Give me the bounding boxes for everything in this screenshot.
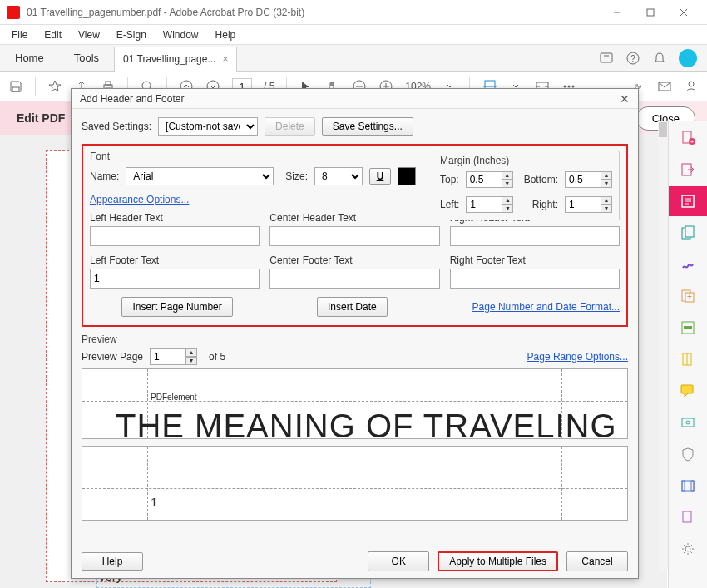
- svg-point-47: [686, 421, 690, 424]
- font-margin-group: Font Name: Arial Size: 8 U Appearance Op…: [82, 144, 628, 327]
- left-footer-input[interactable]: [90, 269, 260, 289]
- star-icon[interactable]: [47, 79, 62, 94]
- margin-left-label: Left:: [440, 199, 459, 210]
- left-header-input[interactable]: [90, 226, 260, 246]
- export-pdf-icon[interactable]: [680, 161, 696, 178]
- help-button[interactable]: Help: [82, 552, 143, 571]
- tab-tools[interactable]: Tools: [59, 45, 114, 71]
- font-name-label: Name:: [90, 170, 119, 182]
- save-settings-button[interactable]: Save Settings...: [322, 117, 413, 136]
- combine-icon[interactable]: +: [680, 288, 696, 304]
- menu-edit[interactable]: Edit: [36, 27, 70, 43]
- save-icon[interactable]: [8, 79, 23, 94]
- close-window-button[interactable]: [667, 1, 700, 24]
- margin-left-input[interactable]: [466, 196, 502, 213]
- create-pdf-icon[interactable]: +: [680, 130, 696, 146]
- share-icon[interactable]: [684, 79, 699, 94]
- edit-pdf-label: Edit PDF: [0, 101, 82, 135]
- compress-icon[interactable]: [680, 351, 696, 368]
- svg-rect-46: [682, 418, 694, 427]
- preview-page-label: Preview Page: [82, 351, 143, 363]
- font-color-swatch[interactable]: [398, 167, 416, 185]
- svg-text:?: ?: [630, 54, 635, 63]
- right-footer-input[interactable]: [450, 269, 620, 289]
- preview-label: Preview: [82, 334, 628, 345]
- window-title: 01 Travelling_pagenumber.pdf - Adobe Acr…: [27, 7, 601, 18]
- menu-view[interactable]: View: [70, 27, 108, 43]
- margin-right-label: Right:: [532, 199, 558, 210]
- right-footer-label: Right Footer Text: [450, 254, 620, 266]
- left-footer-label: Left Footer Text: [90, 254, 260, 266]
- spin-buttons[interactable]: ▲▼: [185, 348, 197, 365]
- sign-icon[interactable]: [680, 256, 696, 273]
- notifications-panel-icon[interactable]: [599, 51, 614, 66]
- margin-top-input[interactable]: [466, 171, 502, 188]
- email-icon[interactable]: [657, 79, 672, 94]
- edit-pdf-icon[interactable]: [669, 186, 708, 216]
- dialog-close-icon[interactable]: ✕: [620, 92, 630, 106]
- saved-settings-select[interactable]: [Custom-not saved]: [158, 117, 258, 136]
- menu-window[interactable]: Window: [155, 27, 207, 43]
- apply-multiple-button[interactable]: Apply to Multiple Files: [438, 551, 558, 571]
- appearance-options-link[interactable]: Appearance Options...: [90, 194, 189, 205]
- help-icon[interactable]: ?: [625, 51, 640, 66]
- spin-buttons[interactable]: ▲▼: [502, 196, 513, 213]
- comment-icon[interactable]: [680, 383, 696, 399]
- right-header-input[interactable]: [450, 226, 620, 246]
- scan-icon[interactable]: [680, 414, 696, 431]
- preview-headline: THE MEANING OF TRAVELING: [116, 408, 617, 439]
- margin-group: Margin (Inches) Top: ▲▼ Bottom: ▲▼ Left:…: [433, 151, 620, 220]
- svg-rect-45: [681, 385, 693, 393]
- menu-file[interactable]: File: [3, 27, 36, 43]
- menu-esign[interactable]: E-Sign: [108, 27, 155, 43]
- svg-rect-4: [601, 53, 612, 62]
- preview-group: Preview Preview Page ▲▼ of 5 Page Range …: [82, 334, 628, 521]
- spin-buttons[interactable]: ▲▼: [601, 171, 612, 188]
- redact-icon[interactable]: [680, 319, 696, 336]
- font-size-label: Size:: [285, 170, 308, 182]
- tools-sidebar: + +: [668, 121, 707, 588]
- organize-pages-icon[interactable]: [680, 225, 696, 241]
- insert-page-number-button[interactable]: Insert Page Number: [121, 297, 232, 317]
- preview-of-label: of 5: [209, 351, 225, 363]
- insert-date-button[interactable]: Insert Date: [317, 297, 388, 317]
- svg-point-26: [572, 85, 575, 87]
- tab-home[interactable]: Home: [0, 45, 59, 71]
- svg-text:+: +: [687, 292, 692, 301]
- center-header-input[interactable]: [269, 226, 439, 246]
- minimize-button[interactable]: [601, 1, 634, 24]
- svg-rect-50: [691, 481, 694, 491]
- delete-button[interactable]: Delete: [265, 117, 315, 136]
- page-range-link[interactable]: Page Range Options...: [527, 351, 628, 363]
- font-size-select[interactable]: 8: [314, 167, 363, 185]
- dialog-titlebar: Add Header and Footer ✕: [72, 89, 638, 109]
- underline-button[interactable]: U: [369, 168, 391, 185]
- tab-close-icon[interactable]: ×: [222, 53, 228, 65]
- margin-group-label: Margin (Inches): [440, 155, 612, 166]
- spin-buttons[interactable]: ▲▼: [601, 196, 612, 213]
- more-tools-icon[interactable]: [680, 541, 696, 557]
- rich-media-icon[interactable]: [680, 477, 696, 494]
- dialog-scrollbar[interactable]: [658, 121, 668, 571]
- left-header-label: Left Header Text: [90, 212, 260, 224]
- margin-bottom-label: Bottom:: [524, 174, 558, 185]
- preview-watermark: PDFelement: [151, 393, 197, 402]
- preview-page-input[interactable]: [150, 348, 186, 365]
- header-footer-dialog: Add Header and Footer ✕ Saved Settings: …: [71, 88, 639, 579]
- maximize-button[interactable]: [634, 1, 667, 24]
- tab-document[interactable]: 01 Travelling_page... ×: [114, 47, 237, 72]
- menu-help[interactable]: Help: [207, 27, 245, 43]
- account-avatar[interactable]: [679, 49, 697, 67]
- spin-buttons[interactable]: ▲▼: [502, 171, 513, 188]
- svg-rect-8: [12, 87, 19, 91]
- margin-right-input[interactable]: [565, 196, 601, 213]
- page-number-format-link[interactable]: Page Number and Date Format...: [472, 301, 620, 313]
- center-footer-input[interactable]: [269, 269, 439, 289]
- protect-icon[interactable]: [680, 446, 696, 462]
- ok-button[interactable]: OK: [368, 551, 429, 571]
- font-name-select[interactable]: Arial: [126, 167, 274, 185]
- margin-bottom-input[interactable]: [565, 171, 601, 188]
- compare-icon[interactable]: [680, 509, 696, 526]
- cancel-button[interactable]: Cancel: [566, 551, 628, 571]
- bell-icon[interactable]: [652, 51, 667, 66]
